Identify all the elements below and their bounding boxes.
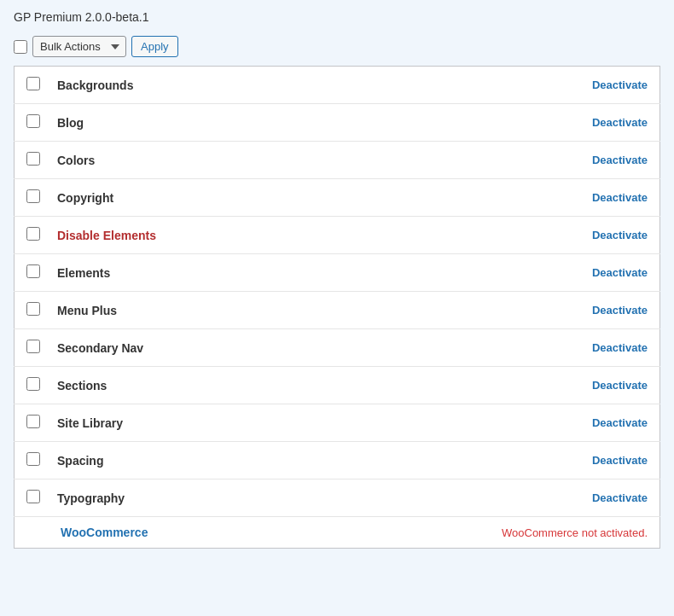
row-checkbox-colors[interactable]	[26, 152, 40, 166]
row-checkbox-secondary-nav[interactable]	[26, 340, 40, 353]
table-row: ColorsDeactivate	[15, 142, 660, 179]
item-name-copyright: Copyright	[49, 179, 296, 217]
deactivate-link-blog[interactable]: Deactivate	[592, 116, 648, 129]
bulk-actions-select[interactable]: Bulk ActionsActivateDeactivate	[32, 36, 126, 57]
row-checkbox-typography[interactable]	[26, 490, 40, 503]
table-row: ElementsDeactivate	[15, 254, 660, 292]
woo-status: WooCommerce not activated.	[296, 517, 659, 549]
row-checkbox-menu-plus[interactable]	[26, 302, 40, 316]
item-name-elements: Elements	[49, 254, 296, 292]
deactivate-link-spacing[interactable]: Deactivate	[592, 454, 648, 467]
deactivate-link-elements[interactable]: Deactivate	[592, 266, 648, 279]
toolbar: Bulk ActionsActivateDeactivate Apply	[14, 36, 660, 66]
page-title: GP Premium 2.0.0-beta.1	[14, 10, 660, 24]
table-row: SectionsDeactivate	[15, 367, 660, 404]
row-checkbox-site-library[interactable]	[26, 415, 40, 428]
woo-name: WooCommerce	[49, 517, 296, 549]
row-checkbox-blog[interactable]	[26, 114, 40, 128]
deactivate-link-disable-elements[interactable]: Deactivate	[592, 229, 648, 241]
deactivate-link-secondary-nav[interactable]: Deactivate	[592, 341, 648, 354]
table-row: CopyrightDeactivate	[15, 179, 660, 217]
item-name-blog: Blog	[49, 104, 296, 142]
row-checkbox-elements[interactable]	[26, 264, 40, 278]
item-name-colors: Colors	[49, 142, 296, 179]
item-name-disable-elements: Disable Elements	[49, 217, 296, 254]
item-name-spacing: Spacing	[49, 442, 296, 479]
item-name-menu-plus: Menu Plus	[49, 292, 296, 329]
row-checkbox-sections[interactable]	[26, 377, 40, 391]
row-checkbox-copyright[interactable]	[26, 189, 40, 203]
table-row: BackgroundsDeactivate	[15, 67, 660, 104]
item-name-sections: Sections	[49, 367, 296, 404]
item-name-typography: Typography	[49, 479, 296, 517]
item-name-secondary-nav: Secondary Nav	[49, 329, 296, 367]
table-row: Disable ElementsDeactivate	[15, 217, 660, 254]
deactivate-link-typography[interactable]: Deactivate	[592, 491, 648, 504]
woocommerce-footer-row: WooCommerce WooCommerce not activated.	[15, 517, 660, 549]
deactivate-link-menu-plus[interactable]: Deactivate	[592, 304, 648, 317]
item-name-backgrounds: Backgrounds	[49, 67, 296, 104]
table-row: SpacingDeactivate	[15, 442, 660, 479]
page-wrapper: GP Premium 2.0.0-beta.1 Bulk ActionsActi…	[0, 0, 674, 559]
table-row: Menu PlusDeactivate	[15, 292, 660, 329]
row-checkbox-spacing[interactable]	[26, 452, 40, 466]
table-row: TypographyDeactivate	[15, 479, 660, 517]
deactivate-link-backgrounds[interactable]: Deactivate	[592, 78, 648, 91]
table-row: Secondary NavDeactivate	[15, 329, 660, 367]
items-table: BackgroundsDeactivateBlogDeactivateColor…	[14, 66, 660, 549]
deactivate-link-sections[interactable]: Deactivate	[592, 379, 648, 392]
row-checkbox-disable-elements[interactable]	[26, 227, 40, 241]
table-row: Site LibraryDeactivate	[15, 404, 660, 442]
deactivate-link-copyright[interactable]: Deactivate	[592, 191, 648, 204]
row-checkbox-backgrounds[interactable]	[26, 77, 40, 90]
select-all-checkbox[interactable]	[14, 40, 27, 54]
item-name-site-library: Site Library	[49, 404, 296, 442]
apply-button[interactable]: Apply	[131, 36, 178, 57]
table-row: BlogDeactivate	[15, 104, 660, 142]
deactivate-link-colors[interactable]: Deactivate	[592, 154, 648, 166]
deactivate-link-site-library[interactable]: Deactivate	[592, 416, 648, 429]
